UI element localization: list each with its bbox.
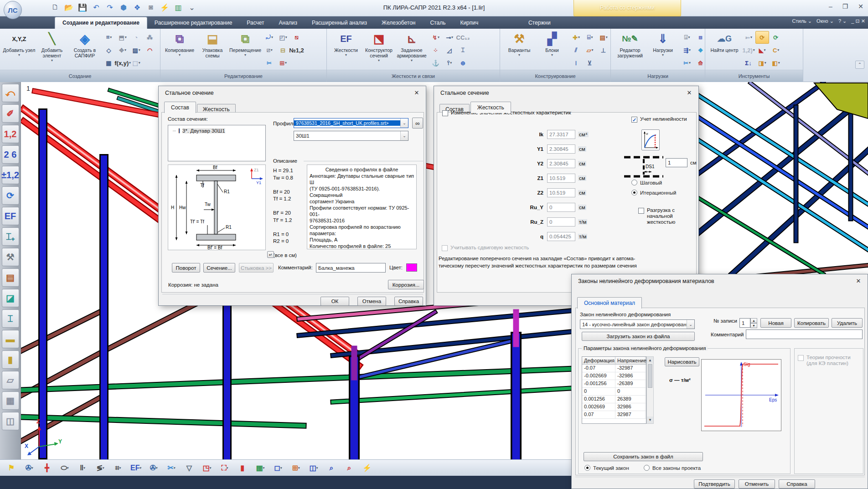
- ribbon-small-button[interactable]: ⁂: [143, 31, 157, 44]
- section-tree[interactable]: ┈ Ⅰ 3*. Двутавр 30Ш1: [168, 125, 266, 161]
- bottom-tool-icon[interactable]: ✂ ▾: [164, 462, 179, 474]
- ribbon-small-button[interactable]: ⧄ ▾: [263, 44, 276, 57]
- left-tool-icon[interactable]: ⌶: [2, 309, 19, 328]
- chevron-down-icon[interactable]: ⌄: [687, 320, 694, 329]
- left-tool-icon[interactable]: ✐: [2, 104, 19, 123]
- bottom-tool-icon[interactable]: ▮: [235, 462, 250, 474]
- table-row[interactable]: 0.002669 32986: [582, 403, 646, 411]
- ribbon-small-button[interactable]: ⬒ ▾: [116, 31, 129, 44]
- param-field[interactable]: 27.3317: [547, 130, 575, 139]
- radio-step-method[interactable]: Шаговый: [631, 180, 662, 185]
- ribbon-small-button[interactable]: ▨ ▾: [129, 44, 143, 57]
- nonlinear-law-button[interactable]: σ: [641, 129, 660, 150]
- ribbon-button[interactable]: ⊾ Заданное армирование ▾: [395, 30, 428, 68]
- ribbon-tab[interactable]: Расширенное редактирование: [147, 17, 240, 29]
- left-tool-icon[interactable]: ◪: [2, 289, 19, 307]
- ribbon-small-button[interactable]: ✂ ▾: [680, 57, 694, 69]
- enter-button[interactable]: ↵: [267, 251, 274, 258]
- ribbon-small-button[interactable]: ⊞ ▾: [276, 57, 290, 69]
- table-row[interactable]: 0.07 32987: [582, 411, 646, 419]
- ribbon-small-button[interactable]: ▦: [102, 57, 116, 69]
- close-icon[interactable]: ✕: [854, 277, 863, 285]
- profile-file-combo[interactable]: 97638531_2016_SH_short_UK.profiles.srt> …: [294, 118, 408, 128]
- ribbon-tab[interactable]: Стержни: [486, 17, 593, 29]
- ribbon-small-button[interactable]: Σ↓: [742, 57, 755, 69]
- style-menu[interactable]: Стиль ⌄: [792, 18, 812, 24]
- tree-item-section[interactable]: ┈ Ⅰ 3*. Двутавр 30Ш1: [168, 125, 265, 134]
- browse-profiles-button[interactable]: ∞: [412, 118, 423, 129]
- load-law-button[interactable]: Загрузить закон из файла: [582, 332, 695, 341]
- table-scrollbar[interactable]: ▲ ▼: [646, 356, 654, 424]
- spinner-up-icon[interactable]: ▲: [750, 318, 757, 323]
- column-header-stress[interactable]: Напряжение: [615, 357, 646, 364]
- left-tool-icon[interactable]: ▬: [2, 330, 19, 348]
- ribbon-small-button[interactable]: ◿: [443, 44, 456, 57]
- ribbon-small-button[interactable]: №1,2: [290, 44, 304, 57]
- ribbon-small-button[interactable]: Ⅰ: [569, 57, 583, 69]
- left-tool-icon[interactable]: ▱: [2, 371, 19, 389]
- bottom-tool-icon[interactable]: ⊞ ▾: [288, 462, 304, 474]
- tab-stiffness[interactable]: Жесткость: [470, 102, 511, 113]
- ribbon-small-button[interactable]: ⌗ ▾: [102, 31, 116, 44]
- ribbon-tab[interactable]: Анализ: [272, 17, 305, 29]
- ribbon-small-button[interactable]: ⊻: [583, 57, 597, 69]
- table-row[interactable]: -0.002669 -32986: [582, 372, 646, 380]
- ribbon-button[interactable]: №✎ Редактор загружений: [614, 30, 646, 68]
- ribbon-small-button[interactable]: ⊕: [456, 57, 470, 69]
- left-tool-icon[interactable]: ⚒: [2, 248, 19, 266]
- dialog-title-bar[interactable]: Стальное сечение ✕: [159, 86, 426, 100]
- left-tool-icon[interactable]: ◫: [2, 412, 19, 430]
- tab-main-material[interactable]: Основной материал: [577, 297, 642, 309]
- bottom-tool-icon[interactable]: ✇ ▾: [146, 462, 161, 474]
- radio-all-laws[interactable]: Все законы проекта: [644, 465, 701, 471]
- ribbon-small-button[interactable]: ◔: [129, 31, 143, 44]
- delete-law-button[interactable]: Удалить: [832, 318, 863, 328]
- unload-checkbox[interactable]: Разгрузка с начальной жесткостью: [638, 207, 675, 225]
- ribbon-small-button[interactable]: ⟳: [755, 31, 769, 44]
- left-tool-icon[interactable]: ▦: [2, 391, 19, 410]
- scroll-thumb[interactable]: [648, 364, 652, 388]
- bottom-tool-icon[interactable]: EF ▾: [128, 462, 144, 474]
- left-tool-icon[interactable]: ⌶₊: [2, 227, 19, 246]
- left-tool-icon[interactable]: ±1,2: [2, 166, 19, 184]
- scroll-up-icon[interactable]: ▲: [647, 357, 653, 364]
- ribbon-small-button[interactable]: 1,2) ▾: [742, 44, 755, 57]
- bottom-tool-icon[interactable]: ⛶ ▾: [217, 462, 232, 474]
- ribbon-small-button[interactable]: ⧅: [290, 31, 304, 44]
- ribbon-small-button[interactable]: ✥ ▾: [116, 44, 129, 57]
- left-tool-icon[interactable]: ⤺: [2, 84, 19, 102]
- ribbon-tab[interactable]: Железобетон: [374, 17, 423, 29]
- ribbon-small-button[interactable]: ➳ ▾: [742, 31, 755, 44]
- ribbon-button[interactable]: ⧉ Перемещение ▾: [229, 30, 262, 68]
- window-menu-item[interactable]: Окно ⌄: [816, 18, 834, 24]
- help-menu[interactable]: ? ⌄: [838, 18, 847, 24]
- bottom-tool-icon[interactable]: ╋: [39, 462, 55, 474]
- bottom-tool-icon[interactable]: ⬭ ▾: [57, 462, 72, 474]
- ribbon-button[interactable]: ⬔ Конструктор сечений ▾: [362, 30, 395, 68]
- ribbon-small-button[interactable]: f(x,y) ▾: [116, 57, 129, 69]
- close-button[interactable]: ✕: [858, 3, 863, 10]
- left-tool-icon[interactable]: ▤: [2, 268, 19, 287]
- ribbon-button[interactable]: EF Жесткости ▾: [330, 30, 362, 68]
- bottom-tool-icon[interactable]: ⌕: [341, 462, 357, 474]
- radio-current-law[interactable]: Текущий закон: [584, 465, 629, 471]
- ribbon-small-button[interactable]: ⫽: [569, 44, 583, 57]
- ribbon-button[interactable]: ⬓ Упаковка схемы: [196, 30, 229, 68]
- table-row[interactable]: -0.07 -32987: [582, 365, 646, 372]
- ribbon-button[interactable]: X,Y,Z Добавить узел ▾: [3, 30, 36, 68]
- ribbon-small-button[interactable]: ⤾ ▾: [263, 31, 276, 44]
- ribbon-button[interactable]: ◈ Создать в САПФИР: [68, 30, 101, 68]
- record-spinner[interactable]: ▲ ▼: [750, 318, 757, 328]
- param-field[interactable]: 10.519: [547, 188, 575, 197]
- left-tool-icon[interactable]: 1,2: [2, 125, 19, 143]
- minimize-button[interactable]: –: [829, 3, 832, 10]
- ribbon-small-button[interactable]: ⇶ ▾: [680, 44, 694, 57]
- ribbon-small-button[interactable]: ⌸ ▾: [583, 31, 597, 44]
- ribbon-small-button[interactable]: ◇: [102, 44, 116, 57]
- ribbon-small-button[interactable]: ⊟: [276, 44, 290, 57]
- ribbon-small-button[interactable]: ⟳: [769, 31, 783, 44]
- bottom-tool-icon[interactable]: ▦ ▾: [253, 462, 268, 474]
- ribbon-small-button[interactable]: ⫯ ▾: [443, 57, 456, 69]
- param-field[interactable]: 10.519: [547, 174, 575, 183]
- chevron-down-icon[interactable]: ⌄: [400, 118, 408, 128]
